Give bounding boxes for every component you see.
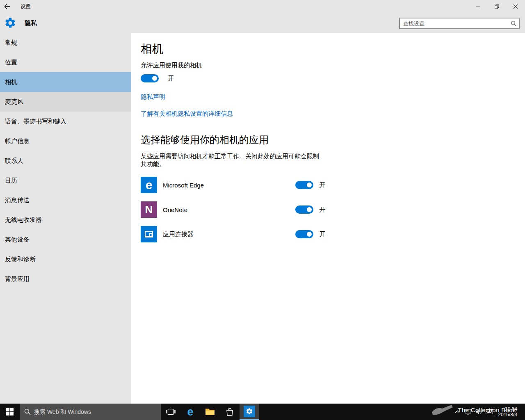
- choose-apps-title: 选择能够使用你的相机的应用: [141, 133, 525, 146]
- toggle-knob: [152, 76, 157, 81]
- back-button[interactable]: [0, 0, 14, 13]
- back-arrow-icon: [4, 3, 10, 10]
- settings-app-icon: [244, 406, 255, 417]
- app-connector-camera-toggle[interactable]: [295, 230, 313, 238]
- settings-search-box[interactable]: [399, 18, 520, 29]
- restore-icon: [495, 5, 499, 9]
- app-row-app-connector: 应用连接器 开: [141, 226, 525, 242]
- titlebar: 设置: [0, 0, 525, 13]
- sidebar-item-messaging[interactable]: 消息传送: [0, 190, 131, 210]
- touch-keyboard-icon: [486, 409, 493, 414]
- start-button[interactable]: [0, 404, 20, 420]
- window-chrome: 设置 隐私: [0, 0, 525, 33]
- onenote-toggle-state: 开: [319, 206, 325, 214]
- camera-master-toggle-state: 开: [168, 75, 174, 82]
- app-name: OneNote: [163, 206, 295, 213]
- sidebar-item-microphone[interactable]: 麦克风: [0, 92, 131, 112]
- settings-gear-icon: [4, 16, 17, 30]
- clock-date: 2015/8/3: [498, 412, 517, 418]
- tray-network-button[interactable]: [463, 404, 473, 420]
- tray-volume-button[interactable]: [473, 404, 484, 420]
- sidebar-item-feedback-diagnostics[interactable]: 反馈和诊断: [0, 249, 131, 269]
- file-explorer-icon: [205, 408, 215, 416]
- page-title: 隐私: [25, 19, 37, 27]
- settings-search-input[interactable]: [400, 21, 508, 27]
- tray-keyboard-button[interactable]: [484, 404, 495, 420]
- taskbar: e 10:04 2015/8/3: [0, 404, 525, 420]
- choose-apps-description: 某些应用需要访问相机才能正常工作。关闭此处的应用可能会限制其功能。: [141, 152, 323, 168]
- camera-master-toggle[interactable]: [141, 74, 159, 82]
- sidebar-item-contacts[interactable]: 联系人: [0, 151, 131, 171]
- app-row-edge: e Microsoft Edge 开: [141, 177, 525, 193]
- app-connector-icon: [141, 226, 157, 242]
- page-header: 隐私: [0, 13, 37, 33]
- taskbar-clock[interactable]: 10:04 2015/8/3: [495, 406, 523, 418]
- sidebar-item-location[interactable]: 位置: [0, 52, 131, 72]
- camera-settings-content: 相机 允许应用使用我的相机 开 隐私声明 了解有关相机隐私设置的详细信息 选择能…: [131, 33, 525, 404]
- onenote-glyph: N: [145, 203, 153, 216]
- toggle-knob: [307, 207, 312, 212]
- window-title: 设置: [21, 3, 30, 10]
- app-row-onenote: N OneNote 开: [141, 201, 525, 218]
- chevron-up-icon: [455, 410, 460, 413]
- task-view-icon: [166, 408, 176, 416]
- caption-buttons: [468, 0, 525, 13]
- minimize-button[interactable]: [468, 0, 487, 13]
- taskbar-edge-button[interactable]: e: [180, 404, 200, 420]
- taskbar-search-input[interactable]: [34, 409, 161, 415]
- camera-master-toggle-row: 开: [141, 74, 525, 82]
- sidebar-item-speech-inking-typing[interactable]: 语音、墨迹书写和键入: [0, 112, 131, 131]
- privacy-sidebar: 常规 位置 相机 麦克风 语音、墨迹书写和键入 帐户信息 联系人 日历 消息传送…: [0, 33, 131, 404]
- sidebar-item-account-info[interactable]: 帐户信息: [0, 131, 131, 151]
- app-permission-list: e Microsoft Edge 开 N OneNote 开 应用连接器 开: [141, 177, 525, 242]
- task-view-button[interactable]: [161, 404, 180, 420]
- sidebar-item-general[interactable]: 常规: [0, 33, 131, 52]
- tray-overflow-button[interactable]: [452, 404, 463, 420]
- app-connector-toggle-state: 开: [319, 231, 325, 238]
- privacy-statement-link[interactable]: 隐私声明: [141, 93, 165, 101]
- clock-time: 10:04: [498, 406, 517, 412]
- toggle-knob: [307, 183, 312, 187]
- allow-camera-label: 允许应用使用我的相机: [141, 62, 525, 69]
- taskbar-spacer: [259, 404, 452, 420]
- edge-camera-toggle[interactable]: [295, 181, 313, 189]
- minimize-icon: [476, 5, 480, 9]
- edge-glyph: e: [146, 177, 153, 193]
- sidebar-item-background-apps[interactable]: 背景应用: [0, 269, 131, 289]
- taskbar-search-icon: [24, 409, 31, 415]
- edge-browser-icon: e: [187, 406, 193, 418]
- system-tray: 10:04 2015/8/3: [452, 404, 525, 420]
- sidebar-item-other-devices[interactable]: 其他设备: [0, 230, 131, 249]
- store-icon: [226, 407, 234, 416]
- search-icon[interactable]: [508, 21, 519, 26]
- onenote-camera-toggle[interactable]: [295, 205, 313, 214]
- restore-button[interactable]: [487, 0, 506, 13]
- edge-toggle-state: 开: [319, 181, 325, 189]
- speaker-icon: [475, 409, 482, 415]
- app-name: Microsoft Edge: [163, 182, 295, 189]
- toggle-knob: [307, 232, 312, 237]
- taskbar-search-box[interactable]: [20, 404, 161, 420]
- sidebar-item-radios[interactable]: 无线电收发器: [0, 210, 131, 230]
- learn-more-link[interactable]: 了解有关相机隐私设置的详细信息: [141, 110, 233, 118]
- content-title: 相机: [141, 42, 525, 57]
- taskbar-settings-button[interactable]: [240, 404, 259, 420]
- taskbar-file-explorer-button[interactable]: [200, 404, 220, 420]
- sidebar-item-camera[interactable]: 相机: [0, 72, 131, 92]
- windows-logo-icon: [6, 408, 14, 415]
- onenote-app-icon: N: [141, 201, 157, 218]
- close-icon: [514, 5, 518, 9]
- edge-app-icon: e: [141, 177, 157, 193]
- close-button[interactable]: [506, 0, 525, 13]
- taskbar-store-button[interactable]: [220, 404, 240, 420]
- sidebar-item-calendar[interactable]: 日历: [0, 171, 131, 190]
- app-name: 应用连接器: [163, 231, 295, 238]
- network-display-icon: [465, 409, 471, 415]
